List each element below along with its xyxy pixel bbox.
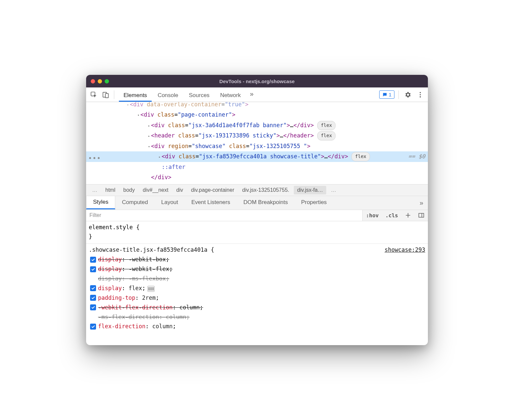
css-property: display (98, 256, 122, 263)
dom-node-markup: </div> (151, 174, 171, 181)
issues-count: 1 (389, 92, 391, 97)
css-value: -ms-flexbox (128, 275, 166, 282)
svg-rect-6 (419, 213, 424, 217)
declaration-checkbox[interactable] (90, 295, 96, 301)
declaration-checkbox[interactable] (90, 324, 96, 330)
expand-triangle-icon[interactable]: ▸ (158, 154, 162, 160)
subtab-styles[interactable]: Styles (86, 196, 115, 209)
expand-triangle-icon[interactable]: ▾ (136, 112, 140, 119)
dom-node-line[interactable]: ▸<div class="jsx-3a64d1ae4f0f7fab banner… (86, 120, 428, 131)
css-declaration[interactable]: display: -webkit-box; (89, 255, 425, 264)
toggle-cls-button[interactable]: .cls (382, 210, 401, 221)
expand-triangle-icon[interactable]: ▸ (147, 123, 151, 129)
element-style-rule[interactable]: element.style { } (86, 223, 428, 244)
filter-actions: :hov .cls (362, 210, 428, 221)
expand-triangle-icon[interactable] (158, 165, 162, 171)
dom-node-markup: <div region="showcase" class="jsx-132510… (151, 143, 310, 149)
dom-node-markup: ::after (162, 164, 185, 170)
window-close-button[interactable] (91, 79, 95, 83)
device-toolbar-icon[interactable] (101, 90, 111, 100)
declaration-checkbox[interactable] (90, 257, 96, 263)
showcase-title-rule[interactable]: .showcase-title.jsx-fa8539efcca401a { sh… (86, 243, 428, 333)
dom-node-line[interactable]: </div> (86, 172, 428, 183)
inspect-element-icon[interactable] (89, 90, 99, 100)
breadcrumb-item[interactable]: div.page-container (188, 186, 237, 194)
css-value: column (180, 304, 200, 311)
dom-node-line[interactable]: ::after (86, 162, 428, 172)
separator (114, 90, 114, 99)
breadcrumb-item[interactable]: div (173, 186, 186, 194)
dom-node-line[interactable]: ▸<header class="jsx-1931733896 sticky">…… (86, 131, 428, 141)
styles-tabs: Styles Computed Layout Event Listeners D… (86, 196, 428, 210)
declaration-checkbox[interactable] (90, 285, 96, 291)
dom-node-markup: <div class="jsx-3a64d1ae4f0f7fab banner"… (151, 122, 335, 129)
tab-elements[interactable]: Elements (119, 90, 152, 102)
dom-node-line[interactable]: ▾<div class="page-container"> (86, 110, 428, 120)
tabs-overflow-icon[interactable]: » (247, 89, 257, 99)
breadcrumb-item[interactable]: body (120, 186, 138, 194)
breadcrumb-item[interactable]: div#__next (139, 186, 172, 194)
dom-node-line[interactable]: ▾<div data-overlay-container="true"> (86, 102, 428, 110)
styles-filter-input[interactable] (86, 210, 362, 221)
toggle-hov-button[interactable]: :hov (363, 210, 382, 221)
tab-network[interactable]: Network (216, 90, 245, 102)
css-declaration[interactable]: display: -ms-flexbox; (89, 274, 425, 284)
dom-node-line[interactable]: ▾<div region="showcase" class="jsx-13251… (86, 141, 428, 151)
subtab-layout[interactable]: Layout (155, 196, 185, 210)
declaration-checkbox[interactable] (90, 304, 96, 310)
css-declaration[interactable]: -ms-flex-direction: column; (89, 312, 425, 322)
styles-filter-bar: :hov .cls (86, 210, 428, 221)
subtab-event-listeners[interactable]: Event Listeners (185, 196, 237, 210)
dom-node-line[interactable]: ▸<div class="jsx-fa8539efcca401a showcas… (86, 151, 428, 162)
breadcrumb-item[interactable]: div.jsx-1325105755. (239, 186, 292, 194)
expand-triangle-icon[interactable]: ▾ (147, 144, 151, 150)
gear-icon[interactable] (403, 90, 413, 100)
new-style-rule-icon[interactable] (401, 210, 415, 221)
rule-source-link[interactable]: showcase:293 (385, 245, 425, 255)
window-title: DevTools - nextjs.org/showcase (86, 79, 428, 84)
subtab-dom-breakpoints[interactable]: DOM Breakpoints (237, 196, 294, 210)
css-value: column (152, 323, 173, 330)
toggle-sidebar-icon[interactable] (415, 210, 428, 221)
toolbar-right: 1 (379, 90, 425, 100)
dom-node-markup: <div class="page-container"> (140, 111, 235, 118)
window-minimize-button[interactable] (98, 79, 102, 83)
svg-point-3 (420, 92, 421, 93)
css-declaration[interactable]: display: flex; (89, 284, 425, 293)
dom-tree[interactable]: ▾<div data-overlay-container="true">▾<di… (86, 102, 428, 184)
css-property: -ms-flex-direction (98, 314, 159, 320)
css-property: display (98, 275, 122, 282)
css-declaration[interactable]: display: -webkit-flex; (89, 264, 425, 274)
expand-triangle-icon[interactable]: ▸ (147, 133, 151, 139)
css-value: 2rem (142, 294, 156, 301)
separator (398, 90, 399, 99)
breadcrumb-item[interactable]: … (89, 186, 101, 194)
rule-close: } (89, 232, 425, 241)
subtabs-overflow-icon[interactable]: » (415, 196, 428, 210)
issues-badge[interactable]: 1 (379, 90, 394, 99)
dom-node-markup: <header class="jsx-1931733896 sticky">…<… (151, 132, 335, 139)
svg-point-4 (420, 94, 421, 95)
flexbox-editor-icon[interactable] (147, 286, 155, 292)
kebab-menu-icon[interactable] (415, 90, 425, 100)
expand-triangle-icon[interactable] (147, 175, 151, 181)
subtab-computed[interactable]: Computed (115, 196, 154, 210)
breadcrumb-item[interactable]: html (102, 186, 119, 194)
breadcrumb-item[interactable]: … (328, 186, 339, 194)
subtab-properties[interactable]: Properties (294, 196, 333, 210)
tab-console[interactable]: Console (153, 90, 183, 102)
css-value: -webkit-flex (128, 266, 169, 272)
css-declaration[interactable]: padding-top: 2rem; (89, 293, 425, 303)
devtools-window: DevTools - nextjs.org/showcase Elements … (86, 75, 428, 345)
breadcrumb-item[interactable]: div.jsx-fa… (294, 186, 326, 194)
css-declaration[interactable]: -webkit-flex-direction: column; (89, 303, 425, 312)
tab-sources[interactable]: Sources (184, 90, 214, 102)
rule-selector: element.style { (89, 223, 425, 232)
css-declaration[interactable]: flex-direction: column; (89, 322, 425, 331)
css-value: -webkit-box (128, 256, 166, 263)
css-value: flex (128, 285, 142, 291)
window-zoom-button[interactable] (105, 79, 109, 83)
expand-triangle-icon[interactable]: ▾ (126, 102, 130, 108)
styles-pane: element.style { } .showcase-title.jsx-fa… (86, 221, 428, 345)
declaration-checkbox[interactable] (90, 266, 96, 272)
